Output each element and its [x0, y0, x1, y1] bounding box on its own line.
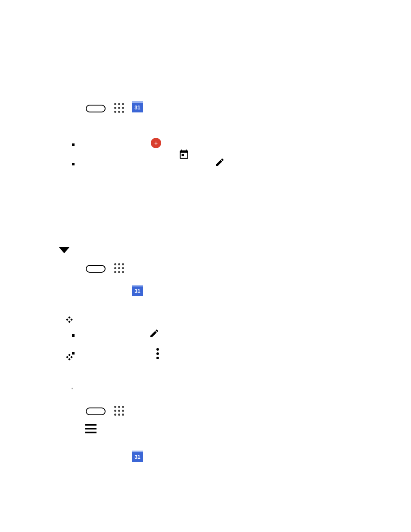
menu-hamburger-icon[interactable]	[85, 424, 97, 433]
create-button[interactable]: +	[151, 138, 161, 148]
apps-grid-icon[interactable]	[114, 103, 124, 113]
edit-pencil-icon[interactable]	[215, 157, 225, 168]
plus-icon: +	[154, 140, 158, 146]
diamond-cluster-icon	[66, 354, 72, 360]
calendar-31-icon[interactable]	[132, 285, 143, 296]
calendar-event-icon[interactable]	[178, 148, 411, 160]
list-bullet	[72, 143, 75, 146]
apps-grid-icon[interactable]	[114, 263, 124, 273]
diamond-cluster-icon	[66, 317, 72, 323]
apps-grid-icon[interactable]	[114, 406, 124, 416]
caret-down-icon[interactable]	[59, 247, 69, 253]
pill-shape-icon	[86, 265, 106, 273]
calendar-31-icon[interactable]	[132, 451, 143, 462]
calendar-31-icon[interactable]	[132, 101, 143, 112]
small-mark: '	[72, 387, 73, 393]
edit-pencil-icon[interactable]	[149, 328, 159, 339]
pill-shape-icon	[86, 105, 106, 112]
list-bullet	[72, 352, 75, 355]
pill-shape-icon	[86, 408, 106, 415]
list-bullet	[72, 163, 75, 165]
more-vertical-icon[interactable]	[156, 348, 159, 359]
list-bullet	[72, 334, 75, 337]
